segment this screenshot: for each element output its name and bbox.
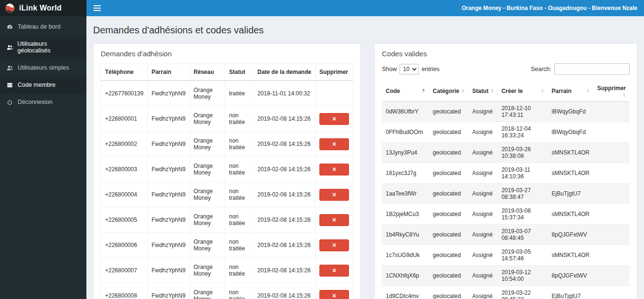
table-row: +226800004FwdhzYphN9Orange Moneynon trai…: [101, 182, 353, 207]
delete-button[interactable]: ×: [319, 214, 349, 226]
cell-telephone: +226800003: [101, 157, 148, 182]
user-welcome-text: Orange Money - Burkina Faso - Ouagadougo…: [462, 5, 644, 11]
column-header-sortable[interactable]: Supprimer▲▼: [593, 81, 630, 102]
cell-parrain: sMNSKTL4OR: [548, 163, 593, 184]
cell-statut: non traitée: [225, 132, 253, 157]
delete-button[interactable]: ×: [319, 290, 349, 299]
hamburger-menu-icon[interactable]: [86, 0, 107, 16]
cell-reseau: Orange Money: [190, 157, 225, 182]
table-row: 1d9CDtc4mvgeolocatedAssigné2019-03-22 08…: [382, 286, 630, 299]
brand-logo-icon: [5, 3, 15, 13]
column-header-sortable[interactable]: Parrain▲▼: [548, 81, 593, 102]
cell-statut: traitée: [225, 81, 253, 106]
column-label: Statut: [472, 88, 488, 94]
sort-icon: ▲▼: [623, 92, 626, 97]
search-input[interactable]: [554, 63, 630, 75]
cell-parrain: FwdhzYphN9: [148, 81, 190, 106]
sidebar-item-tableau-de-bord[interactable]: Tableau de bord: [0, 18, 86, 35]
column-header: Réseau: [190, 64, 225, 81]
cell-parrain: FwdhzYphN9: [148, 233, 190, 258]
cell-supprimer: [593, 122, 630, 143]
sort-icon: ▲▼: [491, 88, 494, 93]
cell-parrain: sMNSKTL4OR: [548, 204, 593, 225]
delete-button[interactable]: ×: [319, 239, 349, 251]
table-row: +226800008FwdhzYphN9Orange Moneynon trai…: [101, 283, 353, 299]
cell-creer-le: 2019-03-22 08:45:22: [497, 286, 548, 299]
cell-code: 1B2pjeMCu3: [382, 204, 429, 225]
table-row: 1c7sUG9dUkgeolocatedAssigné2019-03-05 14…: [382, 245, 630, 266]
cell-creer-le: 2019-03-26 10:38:08: [497, 143, 548, 163]
dashboard-icon: [7, 24, 13, 30]
cell-statut: Assigné: [468, 122, 497, 143]
cell-date: 2019-02-08 14:15:26: [253, 233, 316, 258]
page-title: Demandes d'adhésions et codes valides: [93, 25, 637, 36]
table-row: 1b4RkyC8YugeolocatedAssigné2019-03-07 08…: [382, 225, 630, 245]
sidebar: Tableau de bordUtilisateurs géolocalisés…: [0, 16, 86, 299]
cell-supprimer: [593, 102, 630, 122]
cell-parrain: sMNSKTL4OR: [548, 245, 593, 266]
entries-label: entries: [422, 66, 440, 72]
cell-date: 2019-02-08 14:15:26: [253, 207, 316, 233]
delete-button[interactable]: ×: [319, 265, 349, 277]
cell-supprimer: [593, 225, 630, 245]
codes-panel: Codes valides Show 10 entries Search:: [374, 43, 637, 299]
page-length-select[interactable]: 10: [400, 64, 419, 74]
column-header-sortable[interactable]: Catégorie▲▼: [429, 81, 469, 102]
cell-creer-le: 2019-03-05 14:57:46: [497, 245, 548, 266]
cell-categorie: geolocated: [429, 266, 469, 286]
column-label: Supprimer: [597, 85, 626, 92]
cell-parrain: sMNSKTL4OR: [548, 143, 593, 163]
column-label: Parrain: [552, 88, 571, 94]
column-header-sortable[interactable]: Code▲▼: [382, 81, 429, 102]
cell-supprimer: [315, 81, 353, 106]
cell-telephone: +226800007: [101, 258, 148, 283]
cell-statut: non traitée: [225, 157, 253, 182]
cell-telephone: +226800001: [101, 106, 148, 132]
cell-parrain: 8pQJGFxtWV: [548, 266, 593, 286]
cell-reseau: Orange Money: [190, 207, 225, 233]
adhesions-panel: Demandes d'adhésion TéléphoneParrainRése…: [93, 43, 361, 299]
delete-button[interactable]: ×: [319, 164, 349, 175]
delete-button[interactable]: ×: [319, 189, 349, 201]
cell-date: 2019-02-08 14:15:26: [253, 106, 316, 132]
search-label: Search:: [531, 66, 551, 72]
table-row: +226800001FwdhzYphN9Orange Moneynon trai…: [101, 106, 353, 132]
navbar: Orange Money - Burkina Faso - Ouagadougo…: [86, 0, 644, 16]
cell-telephone: +226800008: [101, 283, 148, 299]
cell-code: 0dW36UfbrY: [382, 102, 429, 122]
table-row: 0dW36UfbrYgeolocatedAssigné2018-12-10 17…: [382, 102, 630, 122]
sidebar-item-utilisateurs-simples[interactable]: Utilisateurs simples: [0, 59, 86, 76]
column-header-sortable[interactable]: Créer le▲▼: [497, 81, 548, 102]
cell-categorie: geolocated: [429, 225, 469, 245]
cell-statut: Assigné: [468, 286, 497, 299]
cell-parrain: FwdhzYphN9: [148, 132, 190, 157]
table-row: +226800005FwdhzYphN9Orange Moneynon trai…: [101, 207, 353, 233]
cell-reseau: Orange Money: [190, 132, 225, 157]
cell-creer-le: 2018-12-04 16:33:24: [497, 122, 548, 143]
sidebar-item-utilisateurs-geolocalises[interactable]: Utilisateurs géolocalisés: [0, 35, 86, 59]
table-row: 1aaTee3fWrgeolocatedAssigné2019-03-27 08…: [382, 184, 630, 204]
sidebar-item-code-membre[interactable]: Code membre: [0, 76, 86, 93]
adhesions-header-row: TéléphoneParrainRéseauStatutDate de la d…: [101, 64, 353, 81]
codes-table: Code▲▼Catégorie▲▼Statut▲▼Créer le▲▼Parra…: [382, 81, 630, 299]
cell-parrain: FwdhzYphN9: [148, 106, 190, 132]
table-controls: Show 10 entries Search:: [375, 62, 637, 80]
column-header: Statut: [225, 64, 253, 81]
delete-button[interactable]: ×: [319, 138, 349, 150]
cell-statut: non traitée: [225, 233, 253, 258]
cell-supprimer: [593, 266, 630, 286]
cell-code: 1d9CDtc4mv: [382, 286, 429, 299]
cell-supprimer: ×: [315, 132, 353, 157]
cell-supprimer: [593, 184, 630, 204]
delete-button[interactable]: ×: [319, 113, 349, 125]
table-row: 1CNXhfqX6pgeolocatedAssigné2019-03-12 10…: [382, 266, 630, 286]
power-icon: [7, 99, 13, 105]
column-header: Date de la demande: [253, 64, 316, 81]
cell-creer-le: 2019-03-07 08:48:45: [497, 225, 548, 245]
cell-telephone: +226800006: [101, 233, 148, 258]
column-header-sortable[interactable]: Statut▲▼: [468, 81, 497, 102]
cell-reseau: Orange Money: [190, 283, 225, 299]
brand[interactable]: iLink World: [0, 0, 86, 16]
sidebar-item-deconnexion[interactable]: Déconnexion: [0, 93, 86, 111]
cell-categorie: geolocated: [429, 163, 469, 184]
